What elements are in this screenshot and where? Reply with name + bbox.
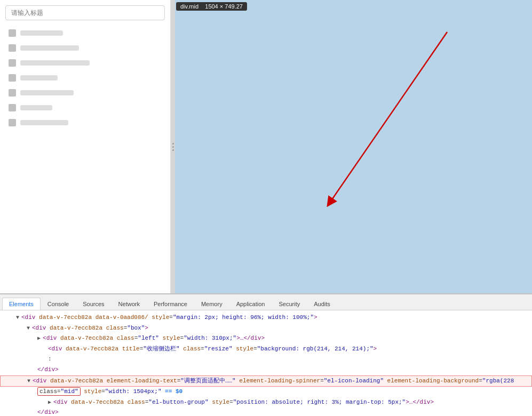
class-mid-box: class="mid" [37, 387, 81, 396]
tooltip-element: div.mid [180, 3, 198, 10]
item-icon [9, 74, 16, 82]
expand-arrow: ▶ [37, 335, 41, 341]
tab-network[interactable]: Network [112, 298, 147, 310]
annotation-arrow [175, 0, 532, 293]
expand-arrow: ▼ [16, 315, 19, 321]
code-line[interactable]: </div> [0, 365, 532, 375]
content-area [175, 0, 532, 293]
main-area: div.mid 1504 × 749.27 [0, 0, 532, 293]
list-item[interactable] [5, 86, 165, 99]
list-item[interactable] [5, 116, 165, 129]
code-line[interactable]: <div data-v-7eccb82a title="收缩侧边栏" class… [0, 344, 532, 355]
tab-sources[interactable]: Sources [76, 298, 111, 310]
sidebar [0, 0, 171, 293]
item-text [20, 60, 90, 66]
devtools-tabs: Elements Console Sources Network Perform… [0, 294, 532, 310]
list-item[interactable] [5, 101, 165, 114]
item-icon [9, 59, 16, 67]
svg-line-1 [330, 32, 447, 203]
code-line[interactable]: : [0, 354, 532, 365]
code-line[interactable]: ▶<div data-v-7eccb82a class="el-button-g… [0, 397, 532, 408]
item-icon [9, 104, 16, 111]
tab-memory[interactable]: Memory [194, 298, 229, 310]
list-item[interactable] [5, 57, 165, 69]
resize-dots [172, 143, 174, 151]
item-text [20, 105, 52, 110]
resize-dot [172, 143, 174, 145]
item-icon [9, 89, 16, 97]
resize-dot [172, 146, 174, 148]
tab-audits[interactable]: Audits [307, 298, 337, 310]
item-text [20, 75, 58, 81]
item-icon [9, 44, 16, 52]
item-text [20, 120, 68, 125]
resize-handle[interactable] [171, 0, 175, 293]
tab-security[interactable]: Security [272, 298, 307, 310]
item-text [20, 90, 74, 95]
code-line[interactable]: ▼<div data-v-7eccb82a class="box"> [0, 323, 532, 334]
tab-console[interactable]: Console [41, 298, 76, 310]
tab-application[interactable]: Application [229, 298, 272, 310]
item-text [20, 30, 63, 36]
item-icon [9, 119, 16, 126]
list-item[interactable] [5, 27, 165, 39]
resize-dot [172, 149, 174, 151]
code-line-mid[interactable]: class="mid" style="width: 1504px;" == $0 [0, 387, 532, 397]
expand-arrow: ▶ [48, 399, 51, 405]
expand-arrow: ▼ [27, 378, 30, 384]
code-line[interactable]: ▶<div data-v-7eccb82a class="left" style… [0, 333, 532, 344]
item-icon [9, 29, 16, 37]
element-tooltip: div.mid 1504 × 749.27 [176, 2, 247, 11]
list-item[interactable] [5, 42, 165, 54]
devtools-code-view[interactable]: ▼<div data-v-7eccb82a data-v-0aad086/ st… [0, 310, 532, 416]
app-container: div.mid 1504 × 749.27 [0, 0, 532, 416]
expand-arrow: ▼ [27, 325, 30, 331]
tab-performance[interactable]: Performance [147, 298, 194, 310]
search-input[interactable] [5, 5, 165, 20]
tooltip-dimensions: 1504 × 749.27 [205, 3, 243, 10]
devtools-panel: Elements Console Sources Network Perform… [0, 293, 532, 416]
item-text [20, 45, 79, 51]
code-line-highlighted[interactable]: ▼<div data-v-7eccb82a element-loading-te… [0, 375, 532, 387]
tab-elements[interactable]: Elements [2, 298, 41, 310]
code-line[interactable]: </div> [0, 407, 532, 416]
list-item[interactable] [5, 71, 165, 84]
code-line[interactable]: ▼<div data-v-7eccb82a data-v-0aad086/ st… [0, 313, 532, 323]
